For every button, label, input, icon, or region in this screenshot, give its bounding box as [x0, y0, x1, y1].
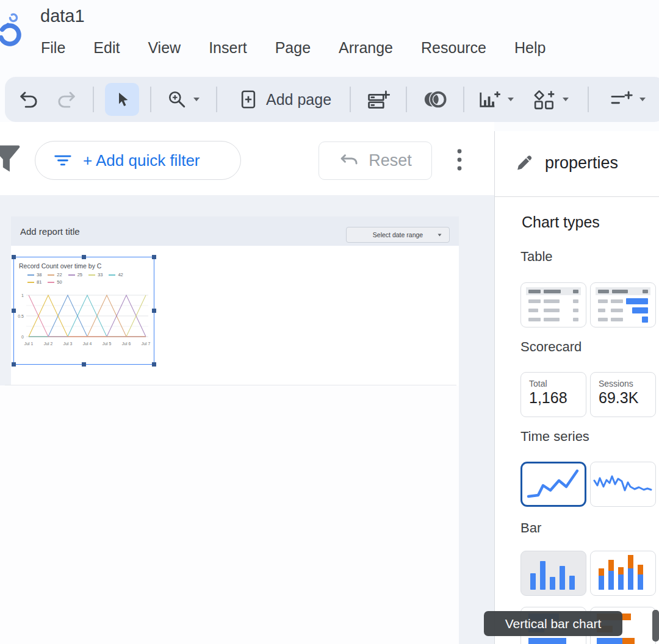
svg-text:Jul 1: Jul 1 — [24, 342, 34, 346]
add-quick-filter-caret-icon[interactable] — [639, 97, 646, 102]
legend-swatch — [68, 274, 75, 276]
legend-label: 22 — [57, 272, 62, 277]
legend-swatch — [48, 282, 54, 283]
toolbar: Add page — [5, 77, 659, 122]
blend-data-icon[interactable] — [422, 90, 448, 109]
report-canvas[interactable]: Add report title Select date range Recor… — [0, 195, 494, 644]
add-quick-filter-toolbar-icon[interactable] — [610, 90, 633, 109]
section-label-scorecard: Scorecard — [520, 339, 582, 355]
chart-legend: 38222533428150 — [27, 272, 132, 285]
legend-label: 38 — [37, 272, 41, 277]
add-chart-icon[interactable] — [478, 89, 501, 110]
section-label-time-series: Time series — [520, 429, 589, 445]
undo-icon[interactable] — [18, 90, 39, 109]
menu-item-page[interactable]: Page — [275, 39, 311, 57]
section-label-bar: Bar — [520, 520, 541, 536]
add-control-icon[interactable] — [533, 89, 556, 110]
add-control-caret-icon[interactable] — [562, 97, 569, 102]
chart-title: Record Count over time by C — [19, 262, 154, 270]
svg-text:Jul 2: Jul 2 — [44, 342, 53, 346]
menu-bar: FileEditViewInsertPageArrangeResourceHel… — [41, 39, 546, 57]
legend-entry: 50 — [48, 279, 62, 285]
menu-item-view[interactable]: View — [148, 39, 181, 57]
add-page-icon[interactable] — [239, 89, 257, 110]
zoom-dropdown-caret-icon[interactable] — [193, 97, 200, 102]
chart-type-table-thumbnail[interactable] — [520, 282, 586, 327]
legend-swatch — [109, 274, 115, 276]
resize-handle[interactable] — [152, 309, 156, 313]
menu-item-help[interactable]: Help — [514, 39, 546, 57]
chart-type-time-series-selected-thumbnail[interactable] — [520, 462, 586, 507]
legend-entry: 33 — [88, 272, 103, 277]
legend-swatch — [27, 282, 34, 283]
legend-entry: 25 — [68, 272, 82, 277]
date-range-control[interactable]: Select date range — [346, 227, 450, 243]
redo-icon[interactable] — [56, 90, 77, 109]
smooth-line-chart-icon — [522, 463, 584, 504]
resize-handle[interactable] — [82, 255, 86, 259]
cursor-icon — [113, 90, 131, 109]
looker-studio-window: data1 FileEditViewInsertPageArrangeResou… — [0, 0, 659, 644]
svg-text:Jul 7: Jul 7 — [142, 342, 151, 346]
menu-item-resource[interactable]: Resource — [421, 39, 486, 57]
reset-button[interactable]: Reset — [319, 141, 432, 180]
legend-entry: 81 — [27, 279, 41, 285]
filter-funnel-icon — [0, 143, 23, 177]
legend-entry: 22 — [48, 272, 62, 277]
add-page-button[interactable]: Add page — [266, 91, 331, 109]
legend-entry: 42 — [109, 272, 123, 277]
menu-item-arrange[interactable]: Arrange — [339, 39, 393, 57]
menu-item-file[interactable]: File — [41, 39, 65, 57]
select-tool-button[interactable] — [105, 83, 139, 116]
scorecard-metric-value: 69.3K — [599, 389, 655, 407]
svg-text:Jul 6: Jul 6 — [122, 342, 131, 346]
panel-header-divider — [495, 196, 659, 197]
more-options-kebab-icon[interactable] — [456, 148, 463, 173]
reset-undo-icon — [339, 152, 361, 170]
resize-handle[interactable] — [82, 362, 86, 367]
scorecard-metric-label: Total — [529, 379, 586, 388]
add-quick-filter-label: + Add quick filter — [83, 151, 200, 170]
menu-item-edit[interactable]: Edit — [93, 39, 120, 57]
looker-studio-logo-icon — [0, 11, 27, 49]
resize-handle[interactable] — [152, 255, 156, 259]
chart-type-vertical-bar-thumbnail[interactable] — [520, 551, 586, 596]
scorecard-metric-value: 1,168 — [529, 389, 586, 407]
add-quick-filter-button[interactable]: + Add quick filter — [35, 141, 241, 180]
chart-type-stacked-bar-thumbnail[interactable] — [590, 551, 656, 596]
chart-plot-area: 00.51Jul 1Jul 2Jul 3Jul 4Jul 5Jul 6Jul 7 — [15, 287, 152, 349]
legend-label: 33 — [98, 272, 103, 277]
zoom-tool-icon[interactable] — [167, 90, 187, 109]
legend-label: 50 — [57, 279, 62, 285]
time-series-chart-element[interactable]: Record Count over time by C 382225334281… — [13, 257, 154, 365]
properties-panel-title: properties — [545, 154, 618, 173]
resize-handle[interactable] — [12, 362, 16, 367]
report-name[interactable]: data1 — [40, 6, 85, 26]
svg-text:Jul 3: Jul 3 — [63, 342, 73, 346]
report-title-placeholder[interactable]: Add report title — [20, 226, 80, 237]
legend-label: 25 — [77, 272, 82, 277]
chart-type-scorecard-thumbnail[interactable]: Total 1,168 — [520, 372, 586, 417]
date-range-label: Select date range — [373, 231, 423, 238]
panel-divider — [494, 131, 495, 644]
resize-handle[interactable] — [152, 362, 156, 367]
vertical-bar-chart-icon — [521, 551, 585, 595]
legend-swatch — [48, 274, 54, 276]
menu-item-insert[interactable]: Insert — [209, 39, 247, 57]
chart-type-scorecard-compact-thumbnail[interactable]: Sessions 69.3K — [590, 372, 656, 417]
legend-label: 81 — [37, 279, 41, 285]
resize-handle[interactable] — [12, 255, 16, 259]
chart-type-table-with-bars-thumbnail[interactable] — [590, 282, 656, 327]
svg-text:0.5: 0.5 — [18, 314, 24, 318]
resize-handle[interactable] — [12, 309, 16, 313]
svg-text:Jul 4: Jul 4 — [83, 342, 92, 346]
add-data-icon[interactable] — [367, 89, 390, 110]
scrollbar-thumb[interactable] — [652, 610, 659, 642]
legend-swatch — [88, 274, 95, 276]
tooltip: Vertical bar chart — [484, 611, 622, 636]
chart-type-sparkline-thumbnail[interactable] — [590, 462, 656, 507]
svg-text:1: 1 — [21, 293, 24, 298]
add-chart-caret-icon[interactable] — [507, 97, 514, 102]
stacked-bar-chart-icon — [591, 551, 655, 595]
legend-entry: 38 — [27, 272, 41, 277]
